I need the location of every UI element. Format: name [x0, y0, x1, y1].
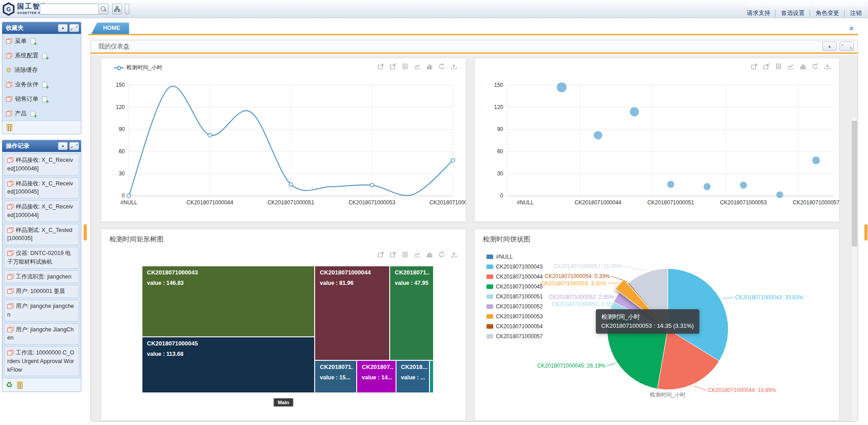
menu-tree-button[interactable]	[112, 4, 122, 14]
records-panel-footer: ♻	[2, 378, 81, 392]
pie-legend-item[interactable]: CK2018071000054	[486, 321, 542, 331]
collapse-tabs-chevron-icon[interactable]: «	[847, 26, 856, 30]
vertical-scrollbar[interactable]	[851, 117, 858, 421]
records-collapse-button[interactable]: ▲	[58, 142, 68, 150]
right-splitter-handle[interactable]	[864, 224, 868, 241]
topnav-link[interactable]: 首选设置	[781, 9, 805, 16]
svg-text:60: 60	[497, 148, 504, 155]
svg-text:150: 150	[494, 82, 503, 88]
treemap-node[interactable]: CK2018071000044value : 81.96	[315, 266, 390, 360]
treemap-title: 检测时间矩形树图	[109, 235, 164, 244]
favorites-panel-header: 收藏夹 ▲ ↗↙	[2, 22, 81, 34]
pie-slice-label: CK2018071000051: 3.55%	[552, 301, 617, 307]
legend-item-label: CK2018071000051	[496, 293, 542, 300]
pie-legend-item[interactable]: CK2018071000044	[486, 272, 542, 282]
record-item[interactable]: 用户: jiangche JiangChen	[4, 323, 79, 345]
tooltip-series-line: 检测时间_小时	[601, 312, 694, 321]
trash-icon[interactable]	[16, 382, 24, 389]
record-item[interactable]: 仪器: DNTC-02019 电子万能材料试验机	[4, 247, 79, 269]
tooltip-value-line: CK2018071000053 : 14.35 (3.31%)	[601, 321, 694, 331]
line-chart-canvas[interactable]: 0306090120150#NULLCK2018071000044CK20180…	[101, 58, 466, 222]
favorite-item[interactable]: 销售订单	[2, 92, 81, 106]
scrollbar-thumb[interactable]	[852, 121, 857, 246]
refresh-icon[interactable]	[438, 251, 445, 258]
records-expand-button[interactable]: ↗↙	[69, 142, 79, 150]
line-chart-icon[interactable]	[414, 251, 421, 258]
treemap-node[interactable]: CK2018071.value : 15...	[315, 360, 357, 393]
pie-legend-item[interactable]: CK2018071000051	[486, 292, 542, 302]
favorites-expand-button[interactable]: ↗↙	[69, 24, 79, 32]
record-item[interactable]: 样品接收: X_C_Received[1000046]	[4, 154, 79, 175]
left-splitter-handle[interactable]	[84, 224, 87, 241]
treemap-node-value: value : 81.96	[320, 280, 353, 286]
pie-legend-item[interactable]: #NULL	[486, 252, 542, 262]
topnav-link[interactable]: 角色变更	[816, 9, 839, 16]
svg-text:CK2018071000044: CK2018071000044	[575, 199, 622, 206]
records-panel: 操作记录 ▲ ↗↙ 样品接收: X_C_Received[1000046]样品接…	[2, 140, 81, 392]
favorite-item[interactable]: 业务伙伴	[2, 77, 81, 92]
download-icon[interactable]	[450, 251, 458, 258]
treemap-node-name: CK2018071..	[395, 269, 429, 276]
pie-legend-item[interactable]: CK2018071000043	[486, 262, 542, 272]
add-favorite-icon[interactable]	[42, 96, 47, 102]
pie-series-label: 检测时间_小时	[475, 391, 840, 399]
svg-text:#NULL: #NULL	[120, 199, 137, 206]
window-icon	[7, 303, 14, 309]
tab-home[interactable]: HOME	[91, 23, 129, 34]
topnav-link[interactable]: 注销	[850, 9, 862, 16]
favorite-item[interactable]: 系统配置	[2, 48, 81, 63]
topnav-link[interactable]: 请求支持	[747, 9, 770, 16]
spacer-button[interactable]	[125, 4, 129, 14]
record-item[interactable]: 工作流职责: jiangchen	[4, 270, 79, 283]
favorite-item[interactable]: 菜单	[2, 34, 81, 48]
record-item[interactable]: 用户: 1000001 姜晨	[4, 285, 79, 298]
treemap-breadcrumb[interactable]: Main	[274, 398, 293, 406]
zoom-box-icon[interactable]	[377, 251, 384, 258]
trash-icon[interactable]	[6, 124, 13, 131]
treemap-node-name: CK2018...	[401, 364, 428, 370]
dashboard-collapse-button[interactable]: ▲	[822, 42, 837, 51]
favorite-item[interactable]: 产品	[2, 106, 81, 121]
expand-diagonal-icon: ↗↙	[70, 142, 79, 150]
record-item[interactable]: 用户: jiangche jiangchen	[4, 300, 79, 321]
sidebar: 收藏夹 ▲ ↗↙ 菜单系统配置⚙清除缓存业务伙伴销售订单产品 操作记录 ▲ ↗↙…	[2, 22, 81, 397]
favorites-collapse-button[interactable]: ▲	[58, 24, 68, 32]
pie-legend-item[interactable]: CK2018071000045	[486, 282, 542, 292]
add-favorite-icon[interactable]	[30, 111, 35, 117]
pie-legend-item[interactable]: CK2018071000052	[486, 302, 542, 312]
window-icon	[6, 53, 12, 58]
record-item[interactable]: 样品测试: X_C_Tested[1000035]	[4, 224, 79, 246]
zoom-restore-icon[interactable]	[389, 251, 396, 258]
records-panel-title: 操作记录	[6, 142, 29, 150]
global-search-input[interactable]	[40, 4, 99, 14]
link-separator: │	[843, 9, 846, 16]
bar-chart-icon[interactable]	[426, 251, 433, 258]
dashboard-minimize-button[interactable]: ↘↖	[840, 42, 854, 51]
add-favorite-icon[interactable]	[42, 82, 47, 88]
treemap-node[interactable]: CK2018071000043value : 146.83	[142, 266, 315, 337]
treemap-node[interactable]: CK2018...value : ...	[396, 360, 429, 393]
svg-text:0: 0	[122, 193, 125, 199]
add-favorite-icon[interactable]	[42, 53, 47, 59]
treemap-canvas[interactable]: CK2018071000043value : 146.83CK201807100…	[142, 266, 434, 393]
dashboard-header: 我的仪表盘 ▲ ↘↖	[91, 40, 858, 54]
add-favorite-icon[interactable]	[30, 38, 35, 44]
treemap-node[interactable]: CK2018071..value : 47.95	[390, 266, 434, 360]
favorite-item[interactable]: ⚙清除缓存	[2, 63, 81, 77]
pie-legend-item[interactable]: CK2018071000057	[486, 331, 542, 341]
dashboard-body: 检测时间_小时 0306090120150#NULLCK201807100004…	[91, 55, 858, 421]
treemap-node-name: CK201807..	[362, 364, 393, 370]
treemap-node-value: value : 146.83	[147, 280, 184, 286]
record-item[interactable]: 样品接收: X_C_Received[1000044]	[4, 200, 79, 222]
record-item[interactable]: 样品接收: X_C_Received[1000045]	[4, 177, 79, 199]
search-button[interactable]	[99, 4, 108, 14]
treemap-node[interactable]	[429, 360, 434, 393]
scatter-chart-canvas[interactable]: 0306090120150#NULLCK2018071000044CK20180…	[475, 58, 840, 222]
refresh-records-icon[interactable]: ♻	[6, 381, 13, 389]
pie-legend-item[interactable]: CK2018071000053	[486, 312, 542, 321]
data-view-icon[interactable]	[401, 251, 409, 258]
treemap-node[interactable]: CK2018071000045value : 113.68	[142, 337, 315, 393]
treemap-node[interactable]: CK201807..value : 14...	[357, 360, 396, 393]
record-item[interactable]: 工作流: 10000000 C_Orders Urgent Approval W…	[4, 346, 79, 376]
treemap-node-value: value : 113.68	[147, 351, 184, 357]
